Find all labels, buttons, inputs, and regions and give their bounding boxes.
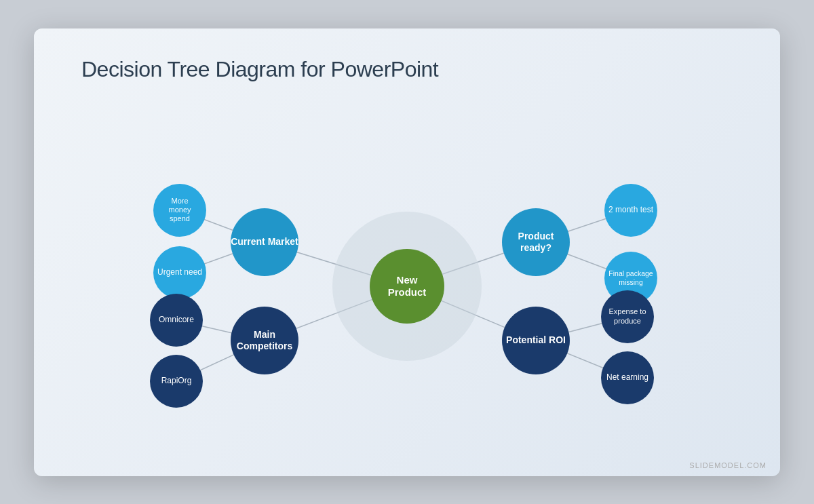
node-omnicore: Omnicore — [150, 294, 203, 347]
node-current-market: Current Market — [231, 208, 298, 276]
node-net-earning: Net earning — [601, 351, 654, 404]
node-new-product: New Product — [370, 249, 444, 324]
node-product-ready: Product ready? — [502, 208, 570, 276]
node-main-competitors: Main Competitors — [231, 307, 298, 374]
node-potential-roi: Potential ROI — [502, 307, 570, 374]
slide-title: Decision Tree Diagram for PowerPoint — [81, 57, 438, 82]
node-urgent-need: Urgent need — [153, 246, 206, 299]
node-month-test: 2 month test — [604, 184, 657, 237]
node-more-money: More money spend — [153, 184, 206, 237]
node-expense: Expense to produce — [601, 290, 654, 343]
slide: Decision Tree Diagram for PowerPoint — [34, 28, 780, 476]
node-rapiorg: RapiOrg — [150, 355, 203, 408]
diagram-area: New Product Current Market More money sp… — [34, 110, 780, 449]
watermark: SLIDEMODEL.COM — [689, 461, 767, 469]
